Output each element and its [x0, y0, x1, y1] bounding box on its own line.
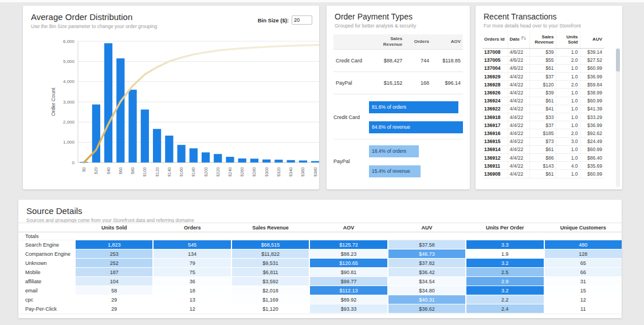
heatmap-cell[interactable]: 2.9 — [466, 277, 543, 286]
heatmap-cell[interactable]: 29 — [76, 304, 152, 313]
table-row[interactable]: 1370084/6/22$391.0$39.14 — [482, 48, 604, 56]
histogram-bar[interactable] — [177, 145, 185, 162]
row-label[interactable]: affiliate — [18, 277, 74, 286]
table-row[interactable]: 1369294/4/22$371.0$36.99 — [482, 73, 604, 81]
heatmap-cell[interactable]: $34.80 — [388, 286, 465, 295]
heatmap-cell[interactable]: $120.65 — [310, 259, 387, 267]
table-row[interactable]: 1369164/4/22$1852.0$92.62 — [482, 129, 604, 137]
heatmap-cell[interactable]: 31 — [545, 277, 622, 286]
table-row[interactable]: Unknown25279$9,531$120.65$37.823.265 — [18, 259, 622, 267]
table-row[interactable]: 1369224/4/22$411.0$41.39 — [482, 105, 604, 113]
table-row[interactable]: PayPal$16,152168$96.14 — [333, 72, 463, 94]
heatmap-cell[interactable]: 3.2 — [466, 259, 543, 267]
table-row[interactable]: 1369174/4/22$371.0$36.99 — [482, 121, 604, 129]
histogram-bar[interactable] — [311, 161, 319, 162]
histogram-bar[interactable] — [190, 148, 198, 162]
histogram-bar[interactable] — [202, 152, 210, 162]
heatmap-cell[interactable]: $1,120 — [232, 304, 309, 313]
table-row[interactable]: 1370044/6/22$611.0$60.99 — [482, 64, 604, 72]
table-row[interactable]: 1369184/4/22$331.0$33.29 — [482, 113, 604, 121]
heatmap-cell[interactable]: 12 — [154, 304, 230, 313]
heatmap-cell[interactable]: 36 — [154, 277, 230, 286]
histogram-bar[interactable] — [116, 58, 124, 162]
heatmap-cell[interactable]: 253 — [76, 249, 152, 258]
histogram-bar[interactable] — [104, 43, 112, 162]
heatmap-cell[interactable]: 2.2 — [466, 295, 543, 304]
table-row[interactable]: 1369264/4/22$391.0$38.99 — [482, 89, 604, 97]
histogram-bar[interactable] — [214, 154, 222, 162]
table-row[interactable]: 1369284/4/22$1202.0$59.84 — [482, 81, 604, 89]
histogram-bar[interactable] — [287, 160, 295, 162]
heatmap-cell[interactable]: 58 — [76, 286, 152, 295]
heatmap-cell[interactable]: 2.4 — [466, 304, 543, 313]
heatmap-cell[interactable]: 18 — [154, 286, 230, 295]
histogram-bar[interactable] — [226, 157, 234, 162]
bin-size-input[interactable] — [292, 15, 312, 25]
row-label[interactable]: Mobile — [18, 268, 74, 276]
heatmap-cell[interactable]: $99.77 — [310, 277, 387, 286]
payment-share-bar[interactable]: 18.4% of orders — [369, 145, 419, 157]
heatmap-cell[interactable]: 1,823 — [76, 240, 152, 249]
heatmap-cell[interactable]: 15 — [545, 286, 622, 295]
histogram-bar[interactable] — [299, 160, 307, 162]
heatmap-cell[interactable]: $88.23 — [310, 249, 387, 258]
table-row[interactable]: Search Engine1,823545$68,515$125.72$37.5… — [18, 240, 622, 249]
histogram-bar[interactable] — [262, 160, 270, 162]
table-row[interactable]: cpc2913$1,169$89.92$40.312.212 — [18, 295, 622, 304]
heatmap-cell[interactable]: $9,531 — [232, 259, 309, 267]
heatmap-cell[interactable]: 12 — [545, 295, 622, 304]
heatmap-cell[interactable]: $2,018 — [232, 286, 309, 295]
table-row[interactable]: 1369144/4/22$611.0$60.99 — [482, 145, 604, 153]
table-row[interactable]: Mobile18775$6,811$90.81$36.422.566 — [18, 268, 622, 276]
heatmap-cell[interactable]: $38.62 — [388, 304, 465, 313]
row-label[interactable]: email — [18, 286, 74, 295]
table-row[interactable]: Comparison Engine253134$11,822$88.23$46.… — [18, 249, 622, 258]
heatmap-cell[interactable]: 104 — [76, 277, 152, 286]
heatmap-cell[interactable]: 66 — [545, 268, 622, 276]
table-row[interactable]: 1370054/6/22$552.0$27.52 — [482, 56, 604, 64]
heatmap-cell[interactable]: 65 — [545, 259, 622, 267]
table-row[interactable]: email5818$2,018$112.13$34.803.215 — [18, 286, 622, 295]
heatmap-cell[interactable]: 1.9 — [466, 249, 543, 258]
heatmap-cell[interactable]: 29 — [76, 295, 152, 304]
row-label[interactable]: cpc — [18, 295, 74, 304]
heatmap-cell[interactable]: $40.31 — [388, 295, 465, 304]
table-row[interactable]: 1369114/4/22$1434.0$35.69 — [482, 162, 604, 170]
table-row[interactable]: 1369124/4/22$861.0$86.40 — [482, 153, 604, 161]
heatmap-cell[interactable]: $36.42 — [388, 268, 465, 276]
heatmap-cell[interactable]: $6,811 — [232, 268, 309, 276]
heatmap-cell[interactable]: $37.58 — [388, 240, 465, 249]
column-header[interactable]: Date — [508, 31, 529, 48]
heatmap-cell[interactable]: 128 — [545, 249, 622, 258]
table-row[interactable]: Pay-Per-Click2912$1,120$93.33$38.622.411 — [18, 304, 622, 313]
heatmap-cell[interactable]: $34.54 — [388, 277, 465, 286]
heatmap-cell[interactable]: $37.82 — [388, 259, 465, 267]
histogram-bar[interactable] — [165, 136, 173, 162]
payment-share-bar[interactable]: 81.6% of orders — [369, 101, 458, 113]
histogram-bar[interactable] — [274, 160, 282, 162]
table-row[interactable]: 1369084/4/22$611.0$60.99 — [482, 170, 604, 178]
row-label[interactable]: Unknown — [18, 259, 74, 267]
heatmap-cell[interactable]: 187 — [76, 268, 152, 276]
heatmap-cell[interactable]: $125.72 — [310, 240, 387, 249]
histogram-bar[interactable] — [238, 158, 246, 162]
histogram-bar[interactable] — [128, 90, 136, 162]
heatmap-cell[interactable]: 3.2 — [466, 286, 543, 295]
scrollbar-thumb[interactable] — [616, 49, 620, 72]
heatmap-cell[interactable]: 75 — [154, 268, 230, 276]
table-row[interactable]: Credit Card$88,427744$118.85 — [333, 49, 463, 72]
heatmap-cell[interactable]: 79 — [154, 259, 230, 267]
heatmap-cell[interactable]: $112.13 — [310, 286, 387, 295]
table-row[interactable]: 1369244/4/22$611.0$60.99 — [482, 97, 604, 105]
heatmap-cell[interactable]: $3,592 — [232, 277, 309, 286]
payment-share-bar[interactable]: 84.6% of revenue — [369, 121, 463, 133]
heatmap-cell[interactable]: 134 — [154, 249, 230, 258]
heatmap-cell[interactable]: 13 — [154, 295, 230, 304]
heatmap-cell[interactable]: $90.81 — [310, 268, 387, 276]
heatmap-cell[interactable]: $93.33 — [310, 304, 387, 313]
heatmap-cell[interactable]: $1,169 — [232, 295, 309, 304]
heatmap-cell[interactable]: $11,822 — [232, 249, 309, 258]
heatmap-cell[interactable]: 252 — [76, 259, 152, 267]
row-label[interactable]: Comparison Engine — [18, 249, 74, 258]
heatmap-cell[interactable]: 11 — [545, 304, 622, 313]
